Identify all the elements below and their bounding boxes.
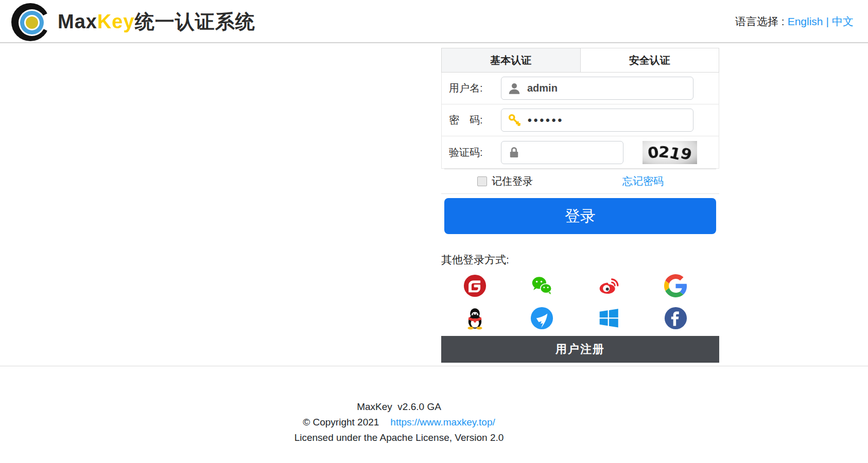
username-label: 用户名: xyxy=(449,81,501,95)
username-input[interactable] xyxy=(527,82,688,94)
username-inputbox[interactable] xyxy=(501,77,693,100)
language-label: 语言选择 : xyxy=(735,14,785,29)
lock-icon xyxy=(508,146,520,159)
captcha-label: 验证码: xyxy=(449,146,501,159)
language-selector: 语言选择 : English | 中文 xyxy=(735,0,854,43)
maxkey-logo-icon xyxy=(11,3,49,41)
remember-row: 记住登录 忘记密码 xyxy=(441,169,719,194)
register-bar[interactable]: 用户注册 xyxy=(441,336,719,363)
gitee-login-icon[interactable] xyxy=(463,274,487,297)
captcha-image[interactable]: 0 2 1 9 xyxy=(643,141,697,164)
password-label: 密 码: xyxy=(449,113,501,127)
password-input[interactable] xyxy=(528,114,688,127)
login-panel: 基本认证 安全认证 用户名: 密 码: xyxy=(441,48,719,363)
tab-security-auth[interactable]: 安全认证 xyxy=(580,48,719,72)
password-row: 密 码: xyxy=(442,104,719,136)
language-separator: | xyxy=(826,15,829,28)
brand-prefix: Max xyxy=(58,11,97,33)
password-inputbox[interactable] xyxy=(501,109,693,132)
facebook-login-icon[interactable] xyxy=(664,307,687,330)
google-login-icon[interactable] xyxy=(664,274,687,297)
main-area: 基本认证 安全认证 用户名: 密 码: xyxy=(0,43,868,366)
footer-site-link[interactable]: https://www.maxkey.top/ xyxy=(390,417,495,428)
qq-login-icon[interactable] xyxy=(463,307,487,330)
user-icon xyxy=(508,82,521,95)
captcha-row: 验证码: 0 2 1 9 xyxy=(442,136,719,168)
language-chinese-link[interactable]: 中文 xyxy=(832,14,854,29)
other-login-methods-label: 其他登录方式: xyxy=(441,253,719,267)
weibo-login-icon[interactable] xyxy=(597,274,620,297)
footer-version: MaxKey v2.6.0 GA xyxy=(0,399,798,415)
login-form: 用户名: 密 码: xyxy=(441,73,719,169)
key-icon xyxy=(508,113,522,127)
brand-highlight: Key xyxy=(97,11,135,33)
app-header: MaxKey统一认证系统 语言选择 : English | 中文 xyxy=(0,0,868,43)
auth-tabs: 基本认证 安全认证 xyxy=(441,48,719,73)
wechat-login-icon[interactable] xyxy=(530,274,553,297)
captcha-inputbox[interactable] xyxy=(501,141,623,164)
language-english-link[interactable]: English xyxy=(788,15,823,28)
login-button[interactable]: 登录 xyxy=(444,198,716,234)
page-title: MaxKey统一认证系统 xyxy=(58,0,255,43)
brand-suffix: 统一认证系统 xyxy=(135,9,255,35)
remember-checkbox[interactable] xyxy=(477,176,487,186)
microsoft-login-icon[interactable] xyxy=(597,307,620,330)
remember-label: 记住登录 xyxy=(492,174,533,188)
social-login-grid xyxy=(441,274,719,330)
footer-license: Licensed under the Apache License, Versi… xyxy=(0,430,798,446)
forgot-password-link[interactable]: 忘记密码 xyxy=(622,174,664,188)
page-footer: MaxKey v2.6.0 GA © Copyright 2021https:/… xyxy=(0,366,868,446)
tab-basic-auth[interactable]: 基本认证 xyxy=(442,48,580,72)
footer-copyright: © Copyright 2021 xyxy=(303,417,379,428)
username-row: 用户名: xyxy=(442,73,719,104)
captcha-input[interactable] xyxy=(527,147,618,158)
dingtalk-login-icon[interactable] xyxy=(530,307,553,330)
